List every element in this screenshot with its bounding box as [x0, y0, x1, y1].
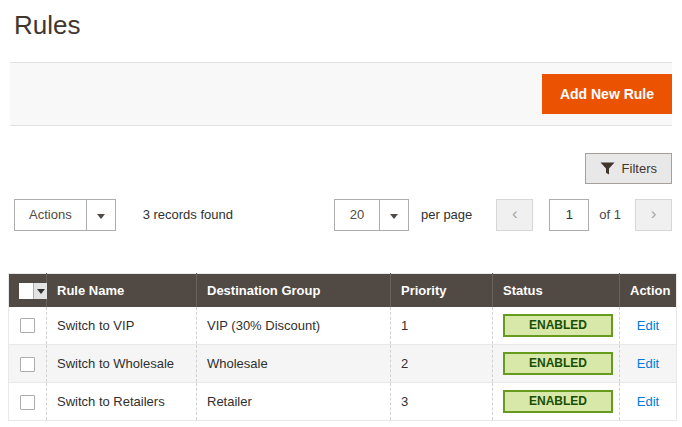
per-page-label: per page: [421, 207, 472, 222]
rules-table: Rule Name Destination Group Priority Sta…: [8, 273, 677, 421]
action-cell: Edit: [620, 307, 677, 345]
column-header-status[interactable]: Status: [493, 274, 620, 307]
actions-dropdown[interactable]: Actions: [14, 199, 116, 231]
chevron-down-icon: [379, 200, 408, 230]
priority-cell: 2: [391, 345, 493, 383]
rule-name-cell: Switch to VIP: [47, 307, 197, 345]
page-number-input[interactable]: [549, 199, 589, 231]
column-header-priority[interactable]: Priority: [391, 274, 493, 307]
chevron-down-icon: [33, 283, 47, 299]
edit-link[interactable]: Edit: [637, 318, 659, 333]
per-page-dropdown-value: 20: [335, 200, 379, 230]
page-title: Rules: [14, 10, 682, 41]
filters-button[interactable]: Filters: [585, 153, 672, 184]
action-cell: Edit: [620, 383, 677, 421]
status-cell: ENABLED: [493, 345, 620, 383]
page-count-label: of 1: [599, 207, 621, 222]
destination-group-cell: VIP (30% Discount): [197, 307, 391, 345]
table-row: Switch to Retailers Retailer 3 ENABLED E…: [9, 383, 677, 421]
status-badge: ENABLED: [503, 352, 613, 375]
destination-group-cell: Retailer: [197, 383, 391, 421]
table-row: Switch to VIP VIP (30% Discount) 1 ENABL…: [9, 307, 677, 345]
rule-name-cell: Switch to Retailers: [47, 383, 197, 421]
destination-group-cell: Wholesale: [197, 345, 391, 383]
rules-page: Rules Add New Rule Filters Actions 3 rec…: [0, 10, 682, 421]
priority-cell: 1: [391, 307, 493, 345]
grid-toolbar: Actions 3 records found 20 per page ‹ of…: [14, 198, 672, 231]
filter-funnel-icon: [600, 162, 615, 175]
next-page-button[interactable]: ›: [635, 199, 672, 231]
filters-row: Filters: [10, 153, 672, 184]
action-cell: Edit: [620, 345, 677, 383]
rule-name-cell: Switch to Wholesale: [47, 345, 197, 383]
status-badge: ENABLED: [503, 390, 613, 413]
select-all-checkbox[interactable]: [19, 283, 33, 299]
edit-link[interactable]: Edit: [637, 394, 659, 409]
table-header-row: Rule Name Destination Group Priority Sta…: [9, 274, 677, 307]
filters-button-label: Filters: [622, 161, 657, 176]
edit-link[interactable]: Edit: [637, 356, 659, 371]
status-cell: ENABLED: [493, 307, 620, 345]
row-checkbox[interactable]: [20, 395, 35, 410]
chevron-down-icon: [86, 200, 115, 230]
column-header-destination-group[interactable]: Destination Group: [197, 274, 391, 307]
add-new-rule-button[interactable]: Add New Rule: [542, 74, 672, 114]
column-header-rule-name[interactable]: Rule Name: [47, 274, 197, 307]
status-badge: ENABLED: [503, 314, 613, 337]
select-all-dropdown[interactable]: [19, 283, 47, 299]
page-actions-panel: Add New Rule: [10, 62, 672, 126]
per-page-dropdown[interactable]: 20: [334, 199, 409, 231]
chevron-right-icon: ›: [651, 205, 657, 222]
actions-dropdown-value: Actions: [15, 200, 86, 230]
priority-cell: 3: [391, 383, 493, 421]
column-header-action[interactable]: Action: [620, 274, 677, 307]
row-checkbox[interactable]: [20, 357, 35, 372]
prev-page-button[interactable]: ‹: [496, 199, 533, 231]
chevron-left-icon: ‹: [512, 205, 518, 222]
select-all-header-cell: [9, 274, 47, 307]
status-cell: ENABLED: [493, 383, 620, 421]
records-count: 3 records found: [143, 207, 233, 222]
row-checkbox[interactable]: [20, 318, 35, 333]
table-row: Switch to Wholesale Wholesale 2 ENABLED …: [9, 345, 677, 383]
